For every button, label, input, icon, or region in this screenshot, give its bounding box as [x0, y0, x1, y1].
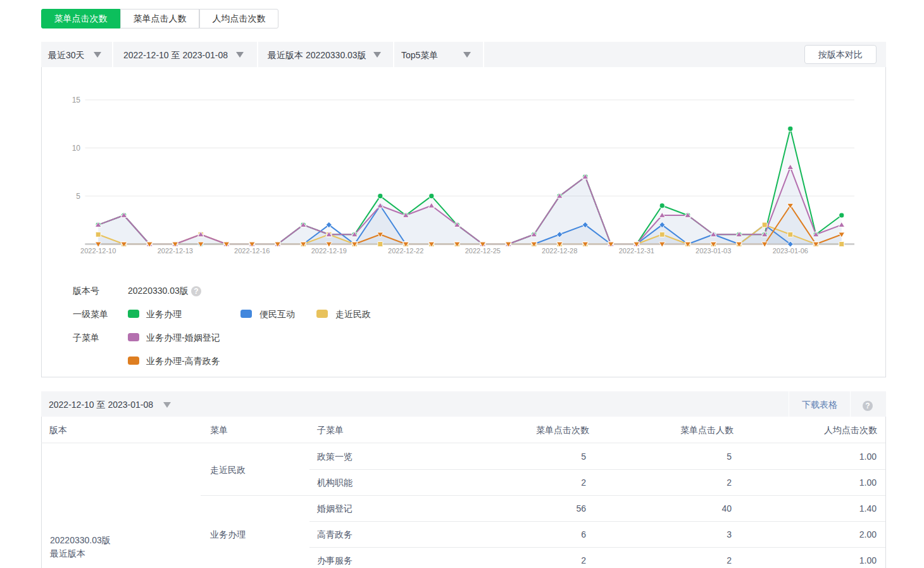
- svg-text:5: 5: [76, 192, 80, 201]
- svg-text:2023-01-03: 2023-01-03: [696, 247, 731, 255]
- svg-text:2022-12-13: 2022-12-13: [158, 247, 193, 255]
- svg-text:2022-12-19: 2022-12-19: [311, 247, 347, 255]
- svg-text:2022-12-16: 2022-12-16: [234, 247, 270, 255]
- svg-text:15: 15: [72, 96, 81, 104]
- svg-text:2022-12-28: 2022-12-28: [542, 247, 577, 255]
- svg-text:10: 10: [72, 144, 81, 153]
- svg-text:2023-01-06: 2023-01-06: [773, 247, 808, 255]
- svg-text:2022-12-31: 2022-12-31: [619, 247, 654, 255]
- svg-text:2022-12-10: 2022-12-10: [80, 247, 116, 255]
- svg-text:2022-12-25: 2022-12-25: [465, 247, 501, 255]
- svg-text:2022-12-22: 2022-12-22: [388, 247, 423, 255]
